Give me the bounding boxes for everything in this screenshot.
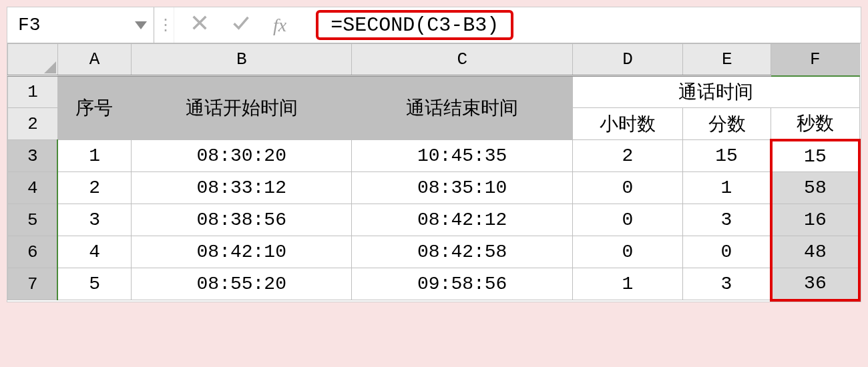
cell-D6[interactable]: 0 [572,236,682,268]
cell-C6[interactable]: 08:42:58 [352,236,572,268]
row-header-7[interactable]: 7 [8,268,58,300]
cell-B6[interactable]: 08:42:10 [132,236,352,268]
formula-text: =SECOND(C3-B3) [331,14,499,37]
select-all-corner[interactable] [8,44,58,76]
row-header-2[interactable]: 2 [8,108,58,140]
row-header-5[interactable]: 5 [8,204,58,236]
cell-C5[interactable]: 08:42:12 [352,204,572,236]
cell-F4[interactable]: 58 [771,172,859,204]
formula-bar-buttons: fx [174,7,306,43]
cell-F6[interactable]: 48 [771,236,859,268]
cell-A5[interactable]: 3 [57,204,131,236]
cell-A6[interactable]: 4 [57,236,131,268]
cell-D4[interactable]: 0 [572,172,682,204]
cell-F3[interactable]: 15 [771,140,859,172]
row-header-1[interactable]: 1 [8,76,58,108]
cell-A7[interactable]: 5 [57,268,131,300]
cell-B7[interactable]: 08:55:20 [132,268,352,300]
cell-E4[interactable]: 1 [683,172,771,204]
cell-C4[interactable]: 08:35:10 [352,172,572,204]
fx-icon[interactable]: fx [273,15,290,36]
header-call-duration[interactable]: 通话时间 [572,76,859,108]
col-header-B[interactable]: B [132,44,352,76]
cell-C7[interactable]: 09:58:56 [352,268,572,300]
chevron-down-icon[interactable] [135,21,147,29]
row-header-4[interactable]: 4 [8,172,58,204]
formula-input[interactable]: =SECOND(C3-B3) [316,10,513,40]
cell-D3[interactable]: 2 [572,140,682,172]
header-start-time[interactable]: 通话开始时间 [132,76,352,140]
cell-A4[interactable]: 2 [57,172,131,204]
cell-A3[interactable]: 1 [57,140,131,172]
header-seconds[interactable]: 秒数 [771,108,859,140]
header-end-time[interactable]: 通话结束时间 [352,76,572,140]
col-header-A[interactable]: A [57,44,131,76]
cell-D7[interactable]: 1 [572,268,682,300]
cell-D5[interactable]: 0 [572,204,682,236]
header-minutes[interactable]: 分数 [683,108,771,140]
col-header-E[interactable]: E [683,44,771,76]
cell-B5[interactable]: 08:38:56 [132,204,352,236]
cell-E6[interactable]: 0 [683,236,771,268]
header-hours[interactable]: 小时数 [572,108,682,140]
formula-bar: F3 ⋮ fx =SECOND(C3-B3) [7,7,861,43]
confirm-icon[interactable] [232,13,250,37]
cancel-icon[interactable] [190,13,209,37]
cell-C3[interactable]: 10:45:35 [352,140,572,172]
col-header-D[interactable]: D [572,44,682,76]
cell-F5[interactable]: 16 [771,204,859,236]
cell-E7[interactable]: 3 [683,268,771,300]
spreadsheet-grid[interactable]: A B C D E F 1 序号 通话开始时间 通话结束时间 通话时间 2 小时… [7,43,861,302]
name-box-value: F3 [18,15,41,35]
cell-B4[interactable]: 08:33:12 [132,172,352,204]
cell-B3[interactable]: 08:30:20 [132,140,352,172]
header-seq[interactable]: 序号 [57,76,131,140]
name-box[interactable]: F3 [7,7,154,43]
cell-E5[interactable]: 3 [683,204,771,236]
col-header-C[interactable]: C [352,44,572,76]
cell-F7[interactable]: 36 [771,268,859,300]
divider: ⋮ [154,7,174,43]
col-header-F[interactable]: F [771,44,859,76]
row-header-6[interactable]: 6 [8,236,58,268]
row-header-3[interactable]: 3 [8,140,58,172]
cell-E3[interactable]: 15 [683,140,771,172]
